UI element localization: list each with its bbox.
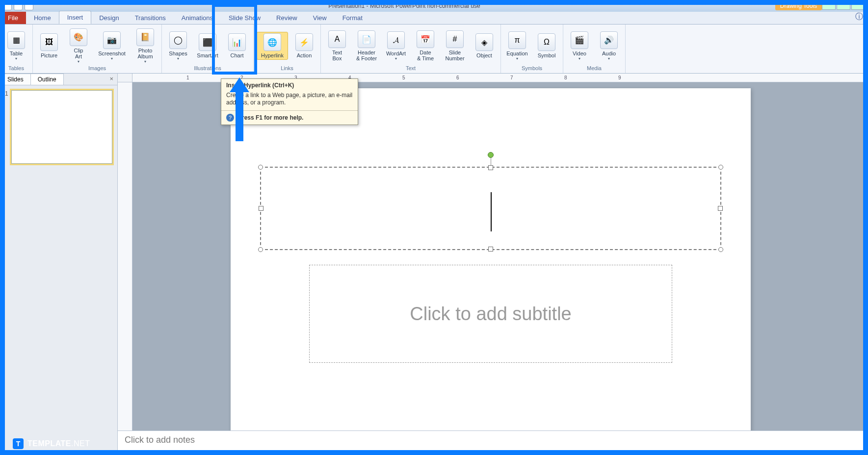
slidenumber-icon: # (446, 30, 464, 48)
tab-design[interactable]: Design (91, 12, 127, 24)
chart-icon: 📊 (228, 33, 246, 51)
chart-button[interactable]: 📊Chart (224, 32, 250, 60)
group-tables: ▦ Table ▾ Tables (0, 25, 33, 73)
outline-tab[interactable]: Outline (30, 74, 64, 85)
tab-home[interactable]: Home (26, 12, 59, 24)
save-icon[interactable] (3, 1, 12, 10)
watermark: T TEMPLATE.NET (13, 438, 90, 449)
resize-handle-ml[interactable] (259, 206, 263, 211)
ruler-corner[interactable] (118, 74, 132, 82)
action-button[interactable]: ⚡Action (291, 32, 317, 60)
textbox-button[interactable]: AText Box (324, 29, 350, 63)
notes-pane[interactable]: Click to add notes (118, 430, 868, 450)
equation-button[interactable]: πEquation▾ (504, 30, 530, 62)
header-footer-icon: 📄 (358, 30, 375, 48)
workspace: Slides Outline × 1 1 2 3 4 5 6 7 8 9 (0, 74, 868, 455)
maximize-button[interactable] (837, 2, 850, 10)
tab-slideshow[interactable]: Slide Show (221, 12, 268, 24)
slides-panel: Slides Outline × 1 (0, 74, 118, 455)
subtitle-placeholder[interactable]: Click to add subtitle (309, 265, 672, 363)
slide-thumbnail-item[interactable]: 1 (5, 90, 112, 164)
symbol-button[interactable]: ΩSymbol (533, 32, 560, 60)
subtitle-placeholder-text: Click to add subtitle (410, 303, 572, 325)
photoalbum-button[interactable]: 📔Photo Album▾ (132, 27, 158, 65)
tab-view[interactable]: View (305, 12, 335, 24)
resize-handle-tl[interactable] (258, 165, 263, 170)
group-illustrations: ◯Shapes▾ ⬛SmartArt 📊Chart Illustrations (162, 25, 254, 73)
resize-handle-bl[interactable] (258, 247, 263, 252)
tooltip-title: Insert Hyperlink (Ctrl+K) (221, 79, 358, 90)
vertical-ruler[interactable] (118, 82, 132, 455)
picture-button[interactable]: 🖼Picture (36, 32, 62, 60)
group-images: 🖼Picture 🎨Clip Art▾ 📷Screenshot▾ 📔Photo … (33, 25, 162, 73)
panel-close-icon[interactable]: × (105, 74, 117, 85)
quick-access-toolbar (3, 1, 33, 10)
audio-button[interactable]: 🔊Audio▾ (596, 30, 622, 62)
smartart-button[interactable]: ⬛SmartArt (194, 32, 221, 60)
group-text: AText Box 📄Header & Footer 𝓐WordArt▾ 📅Da… (321, 25, 501, 73)
video-button[interactable]: 🎬Video▾ (566, 30, 593, 62)
notes-placeholder: Click to add notes (125, 435, 195, 445)
wordart-button[interactable]: 𝓐WordArt▾ (383, 30, 409, 62)
shapes-icon: ◯ (169, 31, 187, 49)
hyperlink-icon: 🌐 (263, 33, 281, 51)
object-icon: ◈ (475, 33, 493, 51)
rotate-handle[interactable] (488, 152, 494, 158)
title-placeholder[interactable] (260, 167, 721, 250)
wordart-icon: 𝓐 (387, 31, 405, 49)
clipart-button[interactable]: 🎨Clip Art▾ (65, 27, 92, 65)
watermark-icon: T (13, 438, 24, 449)
datetime-button[interactable]: 📅Date & Time (412, 29, 439, 63)
help-icon: ? (226, 114, 234, 122)
equation-icon: π (508, 31, 526, 49)
hyperlink-tooltip: Insert Hyperlink (Ctrl+K) Create a link … (221, 78, 358, 125)
close-button[interactable] (851, 2, 865, 10)
slide-canvas[interactable]: Click to add subtitle (231, 88, 751, 451)
resize-handle-br[interactable] (718, 247, 723, 252)
datetime-icon: 📅 (417, 30, 434, 48)
textbox-icon: A (328, 30, 346, 48)
screenshot-button[interactable]: 📷Screenshot▾ (95, 30, 129, 62)
photoalbum-icon: 📔 (136, 28, 154, 46)
header-footer-button[interactable]: 📄Header & Footer (353, 29, 380, 63)
symbol-icon: Ω (538, 33, 555, 51)
resize-handle-tm[interactable] (488, 165, 493, 170)
window-controls (822, 2, 865, 10)
tab-insert[interactable]: Insert (59, 11, 92, 24)
redo-icon[interactable] (25, 1, 33, 10)
tab-file[interactable]: File (0, 12, 26, 24)
ribbon-help-icon[interactable]: ⓘ (850, 10, 868, 24)
slides-tab[interactable]: Slides (0, 74, 31, 85)
text-cursor (491, 192, 492, 231)
tab-transitions[interactable]: Transitions (127, 12, 174, 24)
slides-panel-tabs: Slides Outline × (0, 74, 117, 85)
screenshot-icon: 📷 (103, 31, 121, 49)
shapes-button[interactable]: ◯Shapes▾ (165, 30, 191, 62)
window-title: Presentation1 - Microsoft PowerPoint non… (33, 2, 775, 9)
hyperlink-button[interactable]: 🌐Hyperlink (257, 32, 288, 60)
table-button[interactable]: ▦ Table ▾ (3, 30, 29, 62)
picture-icon: 🖼 (40, 33, 58, 51)
group-symbols: πEquation▾ ΩSymbol Symbols (501, 25, 563, 73)
minimize-button[interactable] (822, 2, 836, 10)
titlebar: Presentation1 - Microsoft PowerPoint non… (0, 0, 868, 12)
slide-thumbnail[interactable] (11, 90, 112, 164)
tab-review[interactable]: Review (268, 12, 305, 24)
slidenumber-button[interactable]: #Slide Number (442, 29, 468, 63)
resize-handle-mr[interactable] (718, 206, 723, 211)
tab-format[interactable]: Format (335, 12, 370, 24)
smartart-icon: ⬛ (199, 33, 216, 51)
tooltip-body: Create a link to a Web page, a picture, … (221, 90, 358, 110)
resize-handle-tr[interactable] (718, 165, 723, 170)
audio-icon: 🔊 (600, 31, 618, 49)
tooltip-help-text: Press F1 for more help. (238, 114, 303, 121)
action-icon: ⚡ (295, 33, 313, 51)
clipart-icon: 🎨 (70, 28, 87, 46)
context-tab-drawing-tools[interactable]: Drawing Tools (775, 1, 822, 10)
object-button[interactable]: ◈Object (471, 32, 498, 60)
ribbon-tabs: File Home Insert Design Transitions Anim… (0, 12, 868, 25)
group-media: 🎬Video▾ 🔊Audio▾ Media (563, 25, 626, 73)
tab-animations[interactable]: Animations (174, 12, 221, 24)
resize-handle-bm[interactable] (488, 247, 493, 252)
undo-icon[interactable] (14, 1, 23, 10)
